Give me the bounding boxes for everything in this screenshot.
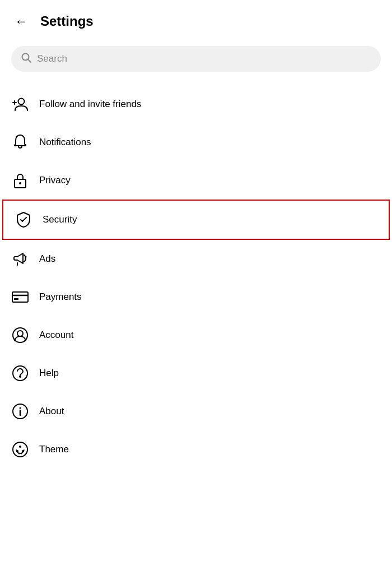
sidebar-item-security[interactable]: Security	[2, 200, 390, 240]
sidebar-item-theme[interactable]: Theme	[0, 430, 392, 469]
bell-icon	[11, 133, 29, 151]
svg-point-12	[17, 331, 23, 336]
account-icon	[11, 326, 29, 344]
svg-line-1	[28, 59, 31, 62]
svg-point-13	[13, 366, 27, 381]
shield-icon	[15, 211, 32, 229]
info-icon	[11, 402, 29, 420]
add-person-icon	[11, 95, 29, 113]
settings-menu: Follow and invite friends Notifications …	[0, 85, 392, 469]
svg-point-18	[13, 442, 27, 457]
svg-point-17	[20, 407, 21, 409]
svg-point-2	[18, 99, 25, 105]
header: ← Settings	[0, 0, 392, 37]
sidebar-item-account[interactable]: Account	[0, 316, 392, 354]
sidebar-item-help[interactable]: Help	[0, 354, 392, 392]
svg-point-20	[19, 446, 21, 448]
search-icon	[21, 53, 31, 65]
payments-label: Payments	[39, 291, 82, 303]
sidebar-item-privacy[interactable]: Privacy	[0, 161, 392, 200]
theme-label: Theme	[39, 444, 69, 455]
follow-invite-label: Follow and invite friends	[39, 99, 141, 110]
sidebar-item-about[interactable]: About	[0, 392, 392, 430]
card-icon	[11, 288, 29, 306]
back-button[interactable]: ←	[11, 11, 31, 31]
lock-icon	[11, 172, 29, 189]
sidebar-item-notifications[interactable]: Notifications	[0, 123, 392, 161]
about-label: About	[39, 406, 64, 417]
privacy-label: Privacy	[39, 175, 71, 186]
page-title: Settings	[40, 13, 94, 29]
ads-label: Ads	[39, 253, 55, 265]
search-placeholder: Search	[37, 53, 67, 64]
security-label: Security	[43, 214, 77, 225]
help-icon	[11, 364, 29, 382]
search-container: Search	[0, 37, 392, 85]
sidebar-item-ads[interactable]: Ads	[0, 240, 392, 278]
svg-rect-8	[12, 292, 28, 302]
theme-icon	[11, 441, 29, 458]
sidebar-item-payments[interactable]: Payments	[0, 278, 392, 316]
svg-point-7	[25, 256, 27, 258]
sidebar-item-follow-invite[interactable]: Follow and invite friends	[0, 85, 392, 123]
back-arrow-icon: ←	[15, 13, 28, 29]
search-bar[interactable]: Search	[11, 46, 381, 72]
help-label: Help	[39, 368, 59, 379]
account-label: Account	[39, 330, 73, 341]
svg-point-6	[19, 182, 21, 184]
notifications-label: Notifications	[39, 137, 91, 148]
megaphone-icon	[11, 250, 29, 268]
svg-rect-10	[14, 298, 18, 300]
